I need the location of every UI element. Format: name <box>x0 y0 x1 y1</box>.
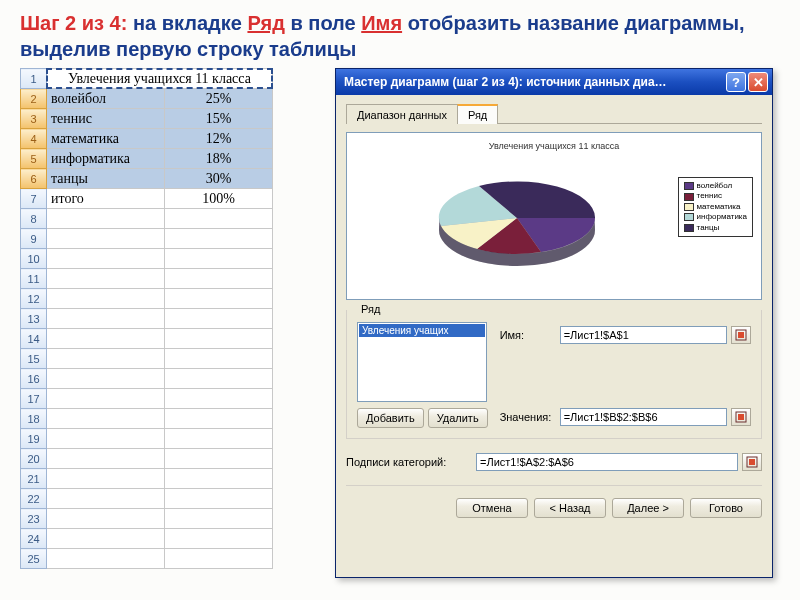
legend-item: волейбол <box>684 181 747 191</box>
row-header[interactable]: 11 <box>21 269 47 289</box>
cell[interactable] <box>47 349 165 369</box>
series-list-item[interactable]: Увлечения учащих <box>359 324 485 337</box>
cell[interactable] <box>47 549 165 569</box>
row-header[interactable]: 21 <box>21 469 47 489</box>
ref-picker-button[interactable] <box>742 453 762 471</box>
row-header[interactable]: 12 <box>21 289 47 309</box>
cell[interactable] <box>165 409 273 429</box>
row-header[interactable]: 24 <box>21 529 47 549</box>
close-button[interactable]: ✕ <box>748 72 768 92</box>
series-values-input[interactable] <box>560 408 727 426</box>
cell[interactable] <box>47 449 165 469</box>
row-header[interactable]: 4 <box>21 129 47 149</box>
cell[interactable]: 100% <box>165 189 273 209</box>
series-name-input[interactable] <box>560 326 727 344</box>
row-header[interactable]: 19 <box>21 429 47 449</box>
add-series-button[interactable]: Добавить <box>357 408 424 428</box>
cell[interactable] <box>165 269 273 289</box>
cell[interactable] <box>165 489 273 509</box>
row-header[interactable]: 6 <box>21 169 47 189</box>
cell[interactable]: теннис <box>47 109 165 129</box>
legend-item: математика <box>684 202 747 212</box>
cell[interactable] <box>165 549 273 569</box>
ref-picker-button[interactable] <box>731 326 751 344</box>
chart-legend: волейболтеннисматематикаинформатикатанцы <box>678 177 753 237</box>
cell[interactable] <box>47 469 165 489</box>
row-header[interactable]: 17 <box>21 389 47 409</box>
cell[interactable] <box>165 229 273 249</box>
cell[interactable] <box>47 289 165 309</box>
cell[interactable]: математика <box>47 129 165 149</box>
row-header[interactable]: 15 <box>21 349 47 369</box>
row-header[interactable]: 9 <box>21 229 47 249</box>
row-header[interactable]: 16 <box>21 369 47 389</box>
remove-series-button[interactable]: Удалить <box>428 408 488 428</box>
cell[interactable]: 18% <box>165 149 273 169</box>
row-header[interactable]: 10 <box>21 249 47 269</box>
ref-picker-button[interactable] <box>731 408 751 426</box>
svg-rect-4 <box>738 414 744 420</box>
title-cell[interactable]: Увлечения учащихся 11 класса <box>47 69 273 89</box>
cell[interactable] <box>165 429 273 449</box>
cell[interactable] <box>165 469 273 489</box>
cell[interactable]: танцы <box>47 169 165 189</box>
row-header[interactable]: 18 <box>21 409 47 429</box>
cell[interactable] <box>47 509 165 529</box>
titlebar[interactable]: Мастер диаграмм (шаг 2 из 4): источник д… <box>336 69 772 95</box>
row-header[interactable]: 8 <box>21 209 47 229</box>
cell[interactable] <box>165 289 273 309</box>
cell[interactable] <box>47 309 165 329</box>
cell[interactable] <box>165 329 273 349</box>
cell[interactable]: информатика <box>47 149 165 169</box>
cell[interactable] <box>47 229 165 249</box>
cell[interactable] <box>165 529 273 549</box>
row-header[interactable]: 7 <box>21 189 47 209</box>
cell[interactable] <box>165 509 273 529</box>
cell[interactable] <box>165 209 273 229</box>
row-header[interactable]: 25 <box>21 549 47 569</box>
finish-button[interactable]: Готово <box>690 498 762 518</box>
cell[interactable] <box>165 249 273 269</box>
legend-item: информатика <box>684 212 747 222</box>
cell[interactable] <box>47 529 165 549</box>
cell[interactable] <box>47 489 165 509</box>
cell[interactable]: 12% <box>165 129 273 149</box>
cell[interactable] <box>165 309 273 329</box>
cell[interactable] <box>165 349 273 369</box>
cell[interactable] <box>47 329 165 349</box>
tab-series[interactable]: Ряд <box>457 104 498 124</box>
cell[interactable] <box>47 429 165 449</box>
next-button[interactable]: Далее > <box>612 498 684 518</box>
cancel-button[interactable]: Отмена <box>456 498 528 518</box>
cell[interactable]: волейбол <box>47 89 165 109</box>
cell[interactable]: 25% <box>165 89 273 109</box>
row-header[interactable]: 1 <box>21 69 47 89</box>
cell[interactable] <box>47 389 165 409</box>
cell[interactable] <box>47 269 165 289</box>
row-header[interactable]: 2 <box>21 89 47 109</box>
cell[interactable] <box>47 249 165 269</box>
cell[interactable]: итого <box>47 189 165 209</box>
cell[interactable] <box>165 369 273 389</box>
row-header[interactable]: 13 <box>21 309 47 329</box>
row-header[interactable]: 5 <box>21 149 47 169</box>
cell[interactable] <box>165 449 273 469</box>
step-label: Шаг 2 из 4: <box>20 12 127 34</box>
series-listbox[interactable]: Увлечения учащих <box>357 322 487 402</box>
cell[interactable] <box>47 369 165 389</box>
row-header[interactable]: 23 <box>21 509 47 529</box>
back-button[interactable]: < Назад <box>534 498 606 518</box>
help-button[interactable]: ? <box>726 72 746 92</box>
cell[interactable]: 15% <box>165 109 273 129</box>
tab-data-range[interactable]: Диапазон данных <box>346 104 458 124</box>
cell[interactable]: 30% <box>165 169 273 189</box>
cell[interactable] <box>47 209 165 229</box>
cell[interactable] <box>165 389 273 409</box>
row-header[interactable]: 22 <box>21 489 47 509</box>
cell[interactable] <box>47 409 165 429</box>
category-labels-input[interactable] <box>476 453 738 471</box>
row-header[interactable]: 14 <box>21 329 47 349</box>
spreadsheet[interactable]: 1 Увлечения учащихся 11 класса 2волейбол… <box>20 68 273 569</box>
row-header[interactable]: 20 <box>21 449 47 469</box>
row-header[interactable]: 3 <box>21 109 47 129</box>
